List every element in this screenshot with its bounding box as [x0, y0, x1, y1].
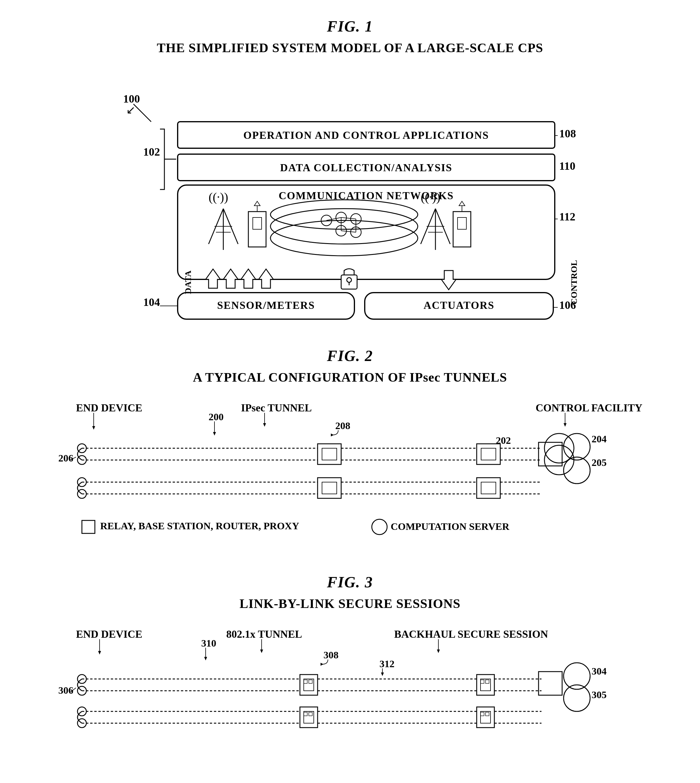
svg-point-89 [372, 519, 387, 534]
fig1-title: FIG. 1 [35, 18, 665, 35]
ref-104: 104 [143, 296, 160, 308]
svg-rect-80 [318, 478, 341, 498]
svg-line-0 [133, 104, 151, 122]
fig2-section: FIG. 2 A TYPICAL CONFIGURATION OF IPsec … [35, 347, 665, 550]
svg-rect-63 [318, 444, 341, 464]
svg-marker-49 [92, 426, 95, 430]
ref-306: 306 [58, 685, 73, 696]
svg-marker-38 [206, 269, 220, 288]
ref-204: 204 [592, 434, 607, 444]
svg-text:((·)): ((·)) [208, 190, 228, 204]
svg-rect-131 [477, 707, 494, 728]
end-device-label-2: END DEVICE [76, 402, 142, 414]
actuators-label: ACTUATORS [423, 299, 495, 311]
svg-marker-39 [223, 269, 238, 288]
fig2-title: FIG. 2 [35, 347, 665, 364]
svg-marker-91 [98, 651, 101, 654]
svg-marker-56 [331, 434, 334, 436]
svg-point-72 [545, 445, 574, 475]
fig3-svg: END DEVICE 802.1x TUNNEL BACKHAUL SECURE… [41, 623, 659, 776]
page: FIG. 1 THE SIMPLIFIED SYSTEM MODEL OF A … [0, 0, 700, 783]
operation-label: OPERATION AND CONTROL APPLICATIONS [243, 129, 489, 141]
tunnel-label-3: 802.1x TUNNEL [226, 628, 302, 640]
fig3-title: FIG. 3 [35, 573, 665, 591]
svg-marker-51 [263, 423, 266, 427]
svg-rect-84 [477, 478, 500, 498]
svg-text:↙: ↙ [126, 104, 135, 116]
ref-200: 200 [208, 411, 223, 422]
svg-marker-93 [204, 657, 207, 660]
ref-106: 106 [559, 299, 576, 311]
ref-308: 308 [323, 649, 338, 660]
legend-relay-label: RELAY, BASE STATION, ROUTER, PROXY [100, 521, 299, 531]
fig2-svg: END DEVICE IPsec TUNNEL CONTROL FACILITY… [41, 397, 659, 550]
svg-point-71 [545, 434, 574, 463]
control-label: CONTROL [569, 260, 578, 305]
svg-rect-112 [477, 674, 494, 695]
ref-112: 112 [559, 210, 575, 223]
ref-110: 110 [559, 160, 575, 172]
ref-102: 102 [143, 145, 160, 158]
svg-text:((·)): ((·)) [421, 190, 440, 204]
control-facility-label-2: CONTROL FACILITY [536, 402, 642, 414]
svg-rect-35 [253, 217, 262, 229]
svg-rect-125 [300, 707, 318, 728]
data-label: DATA [183, 270, 193, 294]
svg-marker-33 [459, 201, 465, 206]
fig1-subtitle: THE SIMPLIFIED SYSTEM MODEL OF A LARGE-S… [35, 40, 665, 55]
fig1-svg: 100 ↙ 102 OPERATION AND CONTROL APPLICAT… [100, 67, 600, 324]
fig3-section: FIG. 3 LINK-BY-LINK SECURE SESSIONS END … [35, 573, 665, 776]
end-device-label-3: END DEVICE [76, 628, 142, 640]
ref-100: 100 [123, 92, 140, 105]
ref-108: 108 [559, 127, 576, 140]
svg-marker-100 [381, 673, 384, 676]
svg-marker-37 [254, 201, 260, 206]
legend-server-label: COMPUTATION SERVER [391, 521, 509, 532]
ref-310: 310 [201, 638, 216, 649]
svg-marker-98 [437, 649, 440, 653]
ipsec-label-2: IPsec TUNNEL [241, 402, 312, 414]
svg-line-17 [341, 231, 356, 232]
ref-206: 206 [58, 452, 73, 464]
svg-marker-40 [241, 269, 256, 288]
svg-marker-45 [441, 270, 456, 290]
svg-rect-67 [477, 444, 500, 464]
svg-rect-118 [538, 671, 562, 695]
svg-rect-73 [538, 442, 562, 466]
ref-312: 312 [380, 658, 395, 669]
fig2-subtitle: A TYPICAL CONFIGURATION OF IPsec TUNNELS [35, 370, 665, 385]
svg-point-74 [563, 434, 590, 460]
ref-304: 304 [592, 666, 607, 677]
ref-205: 205 [592, 457, 607, 468]
svg-rect-88 [82, 521, 95, 533]
svg-marker-96 [320, 663, 323, 666]
sensor-label: SENSOR/METERS [217, 299, 315, 311]
svg-marker-95 [260, 649, 263, 653]
svg-marker-55 [213, 432, 216, 436]
svg-point-7 [270, 200, 418, 229]
svg-line-13 [327, 217, 341, 220]
svg-line-14 [341, 217, 356, 219]
ref-208: 208 [335, 420, 350, 431]
svg-point-5 [270, 220, 418, 256]
svg-rect-31 [458, 217, 467, 229]
ref-305: 305 [592, 689, 607, 700]
svg-point-75 [563, 457, 590, 484]
svg-rect-106 [300, 674, 318, 695]
backhaul-label-3: BACKHAUL SECURE SESSION [394, 628, 548, 640]
svg-marker-53 [563, 423, 567, 427]
svg-marker-41 [259, 269, 273, 288]
data-collection-label: DATA COLLECTION/ANALYSIS [280, 162, 452, 174]
fig3-subtitle: LINK-BY-LINK SECURE SESSIONS [35, 596, 665, 611]
fig1-section: FIG. 1 THE SIMPLIFIED SYSTEM MODEL OF A … [35, 18, 665, 324]
